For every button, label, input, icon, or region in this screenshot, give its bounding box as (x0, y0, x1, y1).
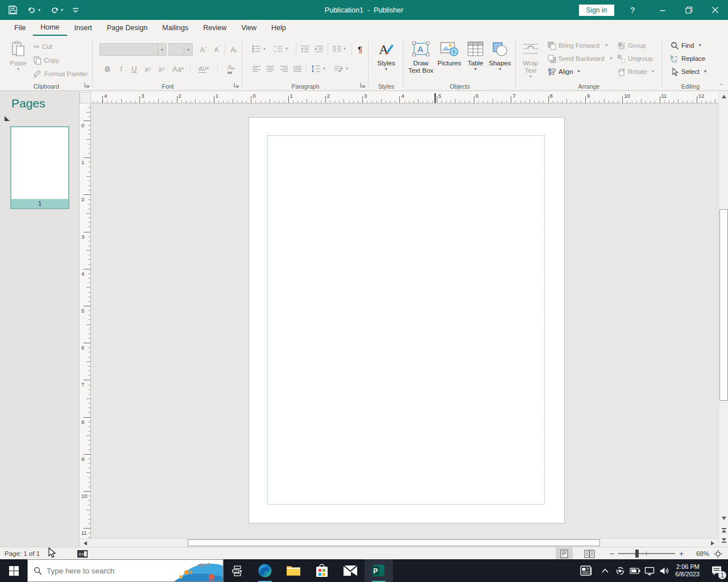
vertical-ruler[interactable]: 01234567891011 (80, 103, 91, 538)
undo-button[interactable]: ▾ (27, 5, 40, 15)
justify-button[interactable] (291, 63, 304, 75)
italic-button[interactable]: I (115, 63, 127, 75)
bullets-button[interactable]: ▾ (250, 43, 267, 55)
taskbar-publisher-icon[interactable]: P (365, 559, 393, 582)
undo-dropdown-icon[interactable]: ▾ (38, 8, 40, 13)
shapes-dropdown-icon[interactable]: ▾ (499, 67, 501, 72)
character-spacing-button[interactable]: AV▾ (193, 63, 214, 75)
cut-button[interactable]: ✂ Cut (32, 40, 54, 53)
numbering-button[interactable]: 12▾ (272, 43, 289, 55)
taskbar-mail-icon[interactable] (336, 559, 365, 582)
select-button[interactable]: Select▾ (669, 65, 708, 78)
send-backward-button[interactable]: Send Backward▾ (546, 52, 614, 65)
zoom-percent[interactable]: 68% (688, 550, 709, 557)
page-indicator[interactable]: Page: 1 of 1 (5, 550, 40, 557)
previous-page-button[interactable] (719, 525, 728, 535)
styles-dropdown-icon[interactable]: ▾ (385, 67, 387, 72)
next-page-button[interactable] (719, 535, 728, 546)
superscript-button[interactable]: x2 (155, 63, 168, 75)
taskbar-store-icon[interactable] (308, 559, 336, 582)
task-view-button[interactable] (224, 559, 251, 582)
align-left-button[interactable] (250, 63, 263, 75)
meet-now-icon[interactable] (613, 559, 627, 582)
tab-page-design[interactable]: Page Design (100, 20, 155, 36)
object-position-icon[interactable]: XY (77, 550, 88, 558)
format-painter-button[interactable]: Format Painter (32, 68, 89, 80)
change-case-button[interactable]: Aa▾ (169, 63, 187, 75)
two-page-spread-button[interactable] (581, 547, 598, 560)
zoom-out-button[interactable]: − (606, 549, 618, 558)
fit-page-icon[interactable] (714, 550, 722, 558)
tab-file[interactable]: File (7, 20, 33, 36)
clipboard-dialog-launcher-icon[interactable] (84, 82, 91, 89)
special-characters-button[interactable]: ¶ (354, 43, 366, 55)
font-size-dropdown-icon[interactable]: ▾ (184, 44, 192, 55)
taskbar-edge-icon[interactable] (251, 559, 279, 582)
group-button[interactable]: Group (615, 39, 648, 52)
clear-formatting-button[interactable]: A◊ (228, 43, 240, 56)
vertical-scrollbar[interactable] (718, 91, 728, 547)
align-right-button[interactable] (278, 63, 290, 75)
grow-font-button[interactable]: A^ (197, 43, 210, 56)
taskbar-clock[interactable]: 2:06 PM 6/8/2023 (672, 559, 705, 582)
scroll-right-button[interactable] (708, 539, 717, 547)
save-icon[interactable] (8, 5, 18, 15)
search-highlight-image[interactable] (174, 560, 223, 581)
tab-insert[interactable]: Insert (67, 20, 100, 36)
paragraph-dialog-launcher-icon[interactable] (360, 82, 367, 89)
horizontal-ruler[interactable]: 43210123456789101112 (91, 92, 718, 103)
close-button[interactable] (702, 0, 728, 20)
zoom-slider-thumb[interactable] (635, 550, 639, 558)
minimize-button[interactable] (650, 0, 676, 20)
sign-in-button[interactable]: Sign in (579, 5, 615, 16)
align-button[interactable]: Align▾ (546, 65, 582, 78)
redo-button[interactable]: ▾ (49, 5, 63, 15)
table-button[interactable]: Table ▾ (464, 38, 487, 72)
pages-collapse-icon[interactable] (5, 116, 10, 121)
taskbar-file-explorer-icon[interactable] (279, 559, 308, 582)
pictures-button[interactable]: Pictures (436, 38, 463, 67)
horizontal-scroll-thumb[interactable] (188, 539, 600, 546)
font-size-combobox[interactable]: ▾ (168, 43, 193, 56)
notification-center-icon[interactable]: 1 (705, 559, 728, 582)
scroll-up-button[interactable] (719, 92, 728, 101)
hidden-icons-chevron[interactable] (598, 559, 613, 582)
volume-icon[interactable] (657, 559, 672, 582)
font-color-button[interactable]: A▾ (222, 63, 240, 75)
horizontal-scrollbar[interactable] (80, 538, 718, 547)
paragraph-pen-button[interactable]: ▾ (332, 63, 350, 75)
bring-forward-button[interactable]: Bring Forward▾ (546, 39, 609, 52)
paste-dropdown-icon[interactable]: ▾ (17, 67, 19, 72)
start-button[interactable] (0, 559, 27, 582)
font-dialog-launcher-icon[interactable] (234, 82, 241, 89)
draw-text-box-button[interactable]: A Draw Text Box (407, 38, 435, 74)
styles-button[interactable]: A Styles ▾ (374, 38, 399, 72)
shapes-button[interactable]: Shapes ▾ (487, 38, 513, 72)
table-dropdown-icon[interactable]: ▾ (474, 67, 477, 72)
bold-button[interactable]: B (101, 63, 114, 75)
publication-page[interactable] (249, 117, 565, 523)
single-page-view-button[interactable] (556, 547, 573, 560)
wrap-text-dropdown-icon[interactable]: ▾ (530, 74, 532, 79)
help-icon[interactable]: ? (630, 6, 635, 15)
tab-mailings[interactable]: Mailings (155, 20, 196, 36)
increase-indent-button[interactable] (313, 43, 325, 55)
rotate-button[interactable]: Rotate▾ (615, 65, 656, 78)
publication-canvas[interactable] (91, 103, 718, 538)
customize-qat-icon[interactable] (72, 7, 79, 14)
zoom-in-button[interactable]: + (675, 549, 688, 558)
tab-view[interactable]: View (234, 20, 264, 36)
ungroup-button[interactable]: Ungroup (615, 52, 655, 65)
underline-button[interactable]: U (128, 63, 140, 75)
search-input[interactable] (42, 567, 174, 575)
replace-button[interactable]: bc Replace (669, 52, 707, 65)
columns-button[interactable]: ▾ (330, 43, 348, 55)
tab-home[interactable]: Home (33, 20, 67, 36)
font-name-combobox[interactable]: ▾ (100, 43, 167, 56)
scroll-down-button[interactable] (719, 514, 728, 523)
decrease-indent-button[interactable] (299, 43, 311, 55)
network-icon[interactable] (642, 559, 657, 582)
tab-help[interactable]: Help (264, 20, 293, 36)
shrink-font-button[interactable]: Aˇ (211, 43, 224, 56)
copy-button[interactable]: Copy (32, 54, 61, 66)
